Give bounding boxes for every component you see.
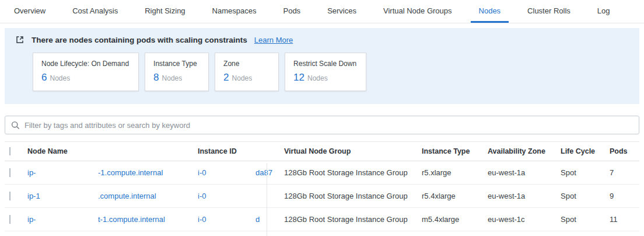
constraint-card-zone[interactable]: Zone 2Nodes [215, 53, 279, 91]
tab-overview[interactable]: Overview [6, 0, 54, 23]
node-name-link[interactable]: ip-1.compute.internal [27, 192, 198, 200]
virtual-node-group-cell: 128Gb Root Storage Instance Group [284, 215, 422, 224]
cluster-tab-bar: Overview Cost Analysis Right Sizing Name… [0, 0, 644, 23]
card-count: 6 [41, 72, 47, 83]
header-virtual-node-group: Virtual Node Group [284, 147, 422, 155]
scaling-constraints-icon [15, 35, 24, 44]
tab-virtual-node-groups[interactable]: Virtual Node Groups [375, 0, 460, 23]
life-cycle-cell: Spot [561, 168, 610, 177]
virtual-node-group-cell: 128Gb Root Storage Instance Group [284, 192, 422, 200]
tab-cluster-rolls[interactable]: Cluster Rolls [519, 0, 579, 23]
header-instance-id: Instance ID [198, 147, 284, 155]
card-unit: Nodes [232, 74, 253, 82]
life-cycle-cell: Spot [561, 192, 610, 200]
node-name-link[interactable]: ip--1.compute.internal [27, 168, 198, 177]
card-count: 8 [153, 72, 159, 83]
card-count: 12 [293, 72, 304, 83]
header-pods: Pods [610, 147, 639, 155]
select-all-checkbox[interactable] [9, 147, 10, 155]
banner-message: There are nodes containing pods with sca… [32, 36, 247, 44]
tab-namespaces[interactable]: Namespaces [204, 0, 265, 23]
header-node-name: Node Name [27, 147, 198, 155]
filter-search-bar[interactable] [5, 116, 639, 134]
constraint-card-instance-type[interactable]: Instance Type 8Nodes [145, 53, 209, 91]
tab-services[interactable]: Services [319, 0, 365, 23]
header-availability-zone: Availability Zone [488, 147, 561, 155]
instance-type-cell: r5.4xlarge [422, 192, 488, 200]
redaction-edge-line [267, 163, 267, 236]
header-life-cycle: Life Cycle [561, 147, 610, 155]
availability-zone-cell: eu-west-1c [488, 215, 561, 224]
learn-more-link[interactable]: Learn More [254, 36, 293, 44]
tab-right-sizing[interactable]: Right Sizing [136, 0, 193, 23]
row-checkbox[interactable] [9, 168, 10, 177]
availability-zone-cell: eu-west-1a [488, 192, 561, 200]
instance-id-link[interactable]: i-0d [198, 215, 284, 224]
search-icon [11, 121, 20, 130]
card-title: Zone [223, 60, 269, 68]
tab-pods[interactable]: Pods [275, 0, 309, 23]
nodes-table-header: Node Name Instance ID Virtual Node Group… [5, 141, 639, 161]
card-title: Instance Type [153, 60, 199, 68]
tab-nodes[interactable]: Nodes [471, 0, 509, 23]
table-row[interactable]: ip--1.compute.internal i-0da87 128Gb Roo… [5, 161, 639, 185]
card-unit: Nodes [50, 74, 70, 82]
availability-zone-cell: eu-west-1a [488, 168, 561, 177]
tab-cost-analysis[interactable]: Cost Analysis [64, 0, 126, 23]
constraint-cards: Node Lifecycle: On Demand 6Nodes Instanc… [33, 53, 630, 91]
card-title: Node Lifecycle: On Demand [41, 60, 129, 68]
node-name-link[interactable]: ip-t-1.compute.internal [27, 215, 198, 224]
pods-cell: 7 [610, 168, 639, 177]
instance-type-cell: r5.xlarge [422, 168, 488, 177]
pods-cell: 9 [610, 192, 639, 200]
instance-type-cell: m5.4xlarge [422, 215, 488, 224]
scaling-constraints-banner: There are nodes containing pods with sca… [5, 28, 639, 104]
tab-log[interactable]: Log [589, 0, 618, 23]
constraint-card-node-lifecycle[interactable]: Node Lifecycle: On Demand 6Nodes [33, 53, 139, 91]
pods-cell: 11 [610, 215, 639, 224]
card-count: 2 [223, 72, 229, 83]
header-instance-type: Instance Type [422, 147, 488, 155]
instance-id-link[interactable]: i-0 [198, 192, 284, 200]
instance-id-link[interactable]: i-0da87 [198, 168, 284, 177]
nodes-table: Node Name Instance ID Virtual Node Group… [5, 141, 639, 231]
life-cycle-cell: Spot [561, 215, 610, 224]
row-checkbox[interactable] [9, 215, 10, 224]
card-unit: Nodes [307, 74, 328, 82]
virtual-node-group-cell: 128Gb Root Storage Instance Group [284, 168, 422, 177]
row-checkbox[interactable] [9, 192, 10, 200]
card-title: Restrict Scale Down [293, 60, 356, 68]
card-unit: Nodes [162, 74, 183, 82]
table-row[interactable]: ip-t-1.compute.internal i-0d 128Gb Root … [5, 208, 639, 231]
constraint-card-restrict-scale-down[interactable]: Restrict Scale Down 12Nodes [285, 53, 366, 91]
table-row[interactable]: ip-1.compute.internal i-0 128Gb Root Sto… [5, 185, 639, 208]
search-input[interactable] [24, 121, 633, 130]
